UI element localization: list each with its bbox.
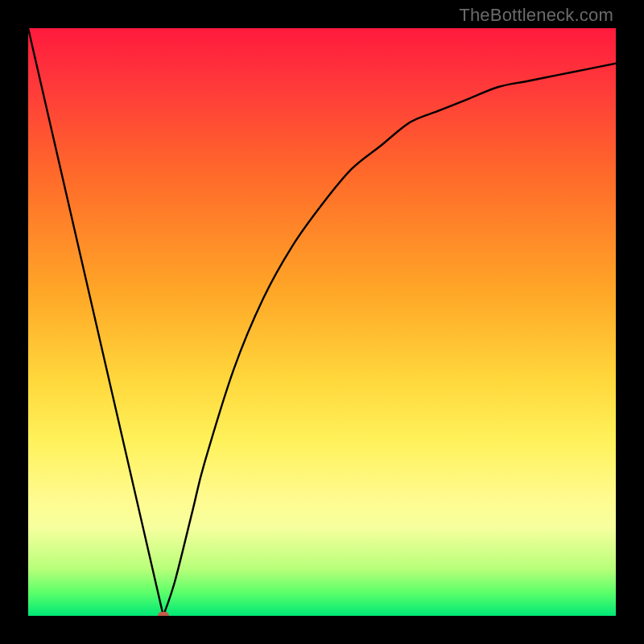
bottleneck-curve-path [28, 28, 616, 616]
watermark-label: TheBottleneck.com [459, 5, 613, 26]
chart-frame: TheBottleneck.com [0, 0, 644, 644]
curve-svg [28, 28, 616, 616]
plot-area [28, 28, 616, 616]
highlight-dot [158, 612, 169, 616]
